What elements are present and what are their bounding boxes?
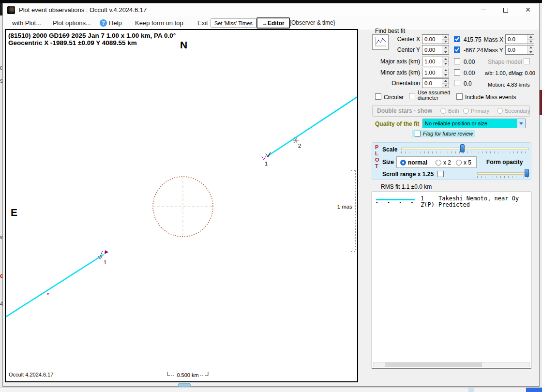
center-x-spin-buttons[interactable]	[442, 35, 449, 44]
double-stars-secondary-radio[interactable]	[497, 108, 503, 114]
screen: C se w d 4 Plot event observations : Occ…	[0, 0, 542, 392]
menu-plot-options[interactable]: Plot options...	[53, 19, 91, 27]
center-y-spinner[interactable]: 0.00	[422, 45, 449, 55]
scale-label: Scale	[382, 146, 397, 153]
menu-help[interactable]: Help	[109, 19, 122, 27]
center-x-fit-checkbox[interactable]	[454, 36, 460, 42]
ab-dmag-label: a/b: 1.00, dMag: 0.00	[485, 70, 535, 76]
menu-keep-on-top[interactable]: Keep form on top	[135, 19, 183, 27]
use-assumed-diameter-checkbox[interactable]	[409, 93, 415, 99]
shape-model-checkbox[interactable]	[524, 58, 530, 64]
plot-letter-o: O	[375, 157, 379, 163]
menu-exit[interactable]: Exit	[197, 19, 208, 27]
legend-row-num: 2(P)	[421, 201, 435, 208]
plot-scrollbar[interactable]	[178, 383, 191, 387]
opacity-slider-track[interactable]	[477, 172, 529, 175]
major-axis-fit-checkbox[interactable]	[454, 58, 460, 64]
flag-review-checkbox[interactable]	[415, 131, 421, 136]
menu-with-plot[interactable]: with Plot...	[12, 19, 41, 27]
double-stars-group: Double stars - show Both Primary Seconda…	[372, 105, 530, 117]
use-assumed-diameter-label: Use assumed diameter	[418, 90, 450, 101]
size-x2-radio[interactable]	[436, 160, 441, 166]
mas-bracket	[351, 170, 356, 252]
size-x5-radio[interactable]	[456, 160, 462, 166]
observation-list[interactable]: 1 Takeshi Nemoto, near Oy • • • • • 2(P)…	[372, 192, 531, 369]
size-normal-label: normal	[408, 159, 427, 166]
mass-y-value: 0.0	[506, 45, 527, 54]
opacity-slider-thumb[interactable]	[525, 169, 529, 177]
legend-horizontal-scrollbar[interactable]	[373, 362, 530, 367]
scale-slider-track[interactable]	[401, 148, 529, 150]
mass-x-label: Mass X	[484, 36, 503, 43]
app-icon	[7, 6, 15, 14]
plot-canvas[interactable]: (81510) 2000 GD169 2025 Jan 7 1.00 x 1.0…	[5, 29, 358, 382]
major-axis-spinner[interactable]: 1.00	[422, 57, 449, 66]
orientation-label: Orientation	[372, 80, 420, 87]
plot-letter-t: T	[375, 163, 378, 169]
include-miss-events-label: Include Miss events	[465, 94, 516, 101]
editor-button[interactable]: →Editor	[256, 17, 290, 29]
close-button[interactable]: ×	[517, 3, 539, 16]
flag-review-row: Flag for future review	[412, 130, 475, 137]
center-x-label: Center X	[372, 36, 420, 43]
set-miss-times-button[interactable]: Set 'Miss' Times	[211, 18, 256, 28]
double-stars-primary-radio[interactable]	[463, 108, 469, 114]
legend-row-name: Takeshi Nemoto, near Oy	[438, 195, 519, 202]
taskbar-item	[526, 388, 542, 392]
size-normal-radio[interactable]	[400, 160, 406, 166]
use-assumed-line2: diameter	[418, 95, 438, 101]
quality-value: No reliable position or size	[423, 119, 517, 128]
chord-label-2: 2	[298, 143, 301, 149]
flag-review-label: Flag for future review	[423, 131, 473, 136]
center-y-value: 0.00	[422, 45, 442, 54]
size-label: Size	[382, 159, 394, 166]
center-y-fit-value: -667.24	[464, 47, 483, 54]
size-radio-group: normal x 2 x 5	[396, 156, 477, 168]
include-miss-events-checkbox[interactable]	[456, 93, 463, 100]
plot-version-label: Occult 4.2024.6.17	[9, 372, 53, 377]
orientation-spin-buttons[interactable]	[442, 79, 449, 88]
quality-dropdown[interactable]: No reliable position or size	[422, 119, 526, 128]
mass-y-spin-buttons[interactable]	[527, 45, 534, 54]
orientation-fit-checkbox[interactable]	[454, 80, 460, 86]
mass-x-spin-buttons[interactable]	[527, 35, 534, 44]
center-y-spin-buttons[interactable]	[442, 45, 449, 54]
circular-checkbox[interactable]	[375, 93, 381, 100]
help-icon[interactable]: ?	[100, 19, 107, 27]
minor-axis-value: 1.00	[422, 68, 442, 77]
center-y-fit-checkbox[interactable]	[454, 46, 460, 53]
size-x5-label: x 5	[464, 159, 471, 166]
dropdown-arrow-icon[interactable]	[517, 119, 525, 128]
minimize-button[interactable]	[472, 3, 495, 16]
scale-slider-thumb[interactable]	[460, 144, 465, 152]
maximize-button[interactable]	[495, 3, 517, 16]
major-axis-value: 1.00	[422, 57, 442, 66]
opacity-slider-ticks	[477, 176, 529, 178]
mas-label: 1 mas	[337, 204, 353, 210]
minor-axis-spinner[interactable]: 1.00	[422, 68, 449, 77]
center-x-value: 0.00	[422, 35, 442, 44]
plot-geocentric: Geocentric X -1989.51 ±0.09 Y 4089.55 km	[8, 39, 137, 46]
double-stars-both-label: Both	[448, 108, 459, 114]
taskbar-sliver	[0, 387, 542, 392]
orientation-spinner[interactable]: 0.0	[422, 78, 449, 88]
double-stars-both-radio[interactable]	[440, 108, 446, 114]
plot-options-panel: P L O T Scale Size normal x 2 x 5 Form o…	[372, 142, 531, 180]
mass-x-spinner[interactable]: 0.0	[505, 34, 534, 44]
scroll-range-checkbox[interactable]	[437, 171, 444, 177]
center-y-label: Center Y	[372, 46, 420, 53]
legend-row-name: Predicted	[438, 201, 470, 208]
chord-upper	[267, 96, 357, 156]
scroll-range-label: Scroll range x 1.25	[382, 171, 434, 178]
major-axis-spin-buttons[interactable]	[442, 57, 449, 66]
legend-scrollbar-thumb[interactable]	[385, 362, 482, 367]
center-x-spinner[interactable]: 0.00	[422, 34, 449, 44]
center-x-fit-value: 415.75	[464, 36, 482, 43]
mass-y-spinner[interactable]: 0.0	[505, 45, 534, 55]
mass-x-value: 0.0	[506, 35, 527, 44]
plot-svg: (81510) 2000 GD169 2025 Jan 7 1.00 x 1.0…	[6, 30, 357, 381]
minor-axis-fit-checkbox[interactable]	[454, 69, 460, 75]
minor-axis-spin-buttons[interactable]	[442, 68, 449, 77]
event-marker	[105, 250, 108, 254]
size-x2-label: x 2	[443, 159, 451, 166]
